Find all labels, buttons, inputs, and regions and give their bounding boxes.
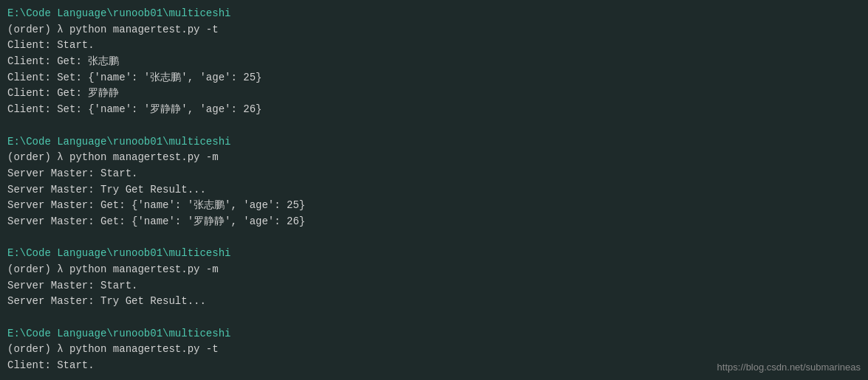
output-line-2-4: Server Master: Get: {'name': '罗静静', 'age… bbox=[7, 214, 861, 230]
prompt-line-1: (order) λ python managertest.py -t bbox=[7, 22, 861, 38]
terminal: E:\Code Language\runoob01\multiceshi (or… bbox=[0, 0, 868, 380]
path-line-4: E:\Code Language\runoob01\multiceshi bbox=[7, 326, 861, 342]
spacer-4 bbox=[7, 374, 861, 380]
prompt-line-4: (order) λ python managertest.py -t bbox=[7, 342, 861, 358]
spacer-2 bbox=[7, 230, 861, 246]
prompt-line-3: (order) λ python managertest.py -m bbox=[7, 262, 861, 278]
path-line-1: E:\Code Language\runoob01\multiceshi bbox=[7, 6, 861, 22]
output-line-1-5: Client: Set: {'name': '罗静静', 'age': 26} bbox=[7, 102, 861, 118]
prompt-line-2: (order) λ python managertest.py -m bbox=[7, 150, 861, 166]
output-line-3-1: Server Master: Start. bbox=[7, 278, 861, 294]
spacer-3 bbox=[7, 310, 861, 326]
output-line-1-1: Client: Start. bbox=[7, 38, 861, 54]
output-line-1-4: Client: Get: 罗静静 bbox=[7, 86, 861, 102]
path-line-3: E:\Code Language\runoob01\multiceshi bbox=[7, 246, 861, 262]
output-line-2-2: Server Master: Try Get Result... bbox=[7, 182, 861, 198]
path-line-2: E:\Code Language\runoob01\multiceshi bbox=[7, 134, 861, 151]
output-line-3-2: Server Master: Try Get Result... bbox=[7, 294, 861, 310]
output-line-2-3: Server Master: Get: {'name': '张志鹏', 'age… bbox=[7, 198, 861, 214]
output-line-2-1: Server Master: Start. bbox=[7, 166, 861, 182]
output-line-1-3: Client: Set: {'name': '张志鹏', 'age': 25} bbox=[7, 70, 861, 86]
output-line-1-2: Client: Get: 张志鹏 bbox=[7, 54, 861, 70]
watermark: https://blog.csdn.net/submarineas bbox=[717, 362, 861, 373]
spacer-1 bbox=[7, 118, 861, 134]
